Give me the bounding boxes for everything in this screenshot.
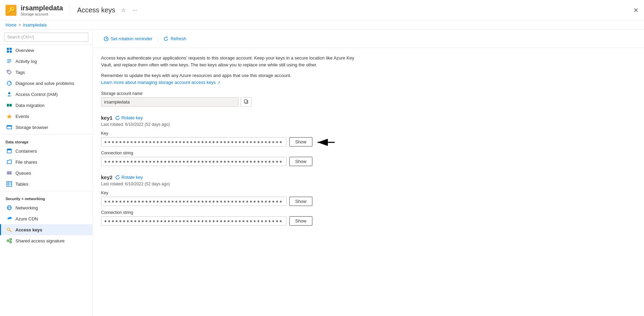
key1-connection-label: Connection string: [101, 151, 636, 155]
info-text-2-body: Remember to update the keys with any Azu…: [101, 73, 291, 78]
section-data-storage: Data storage: [0, 136, 92, 145]
key1-connection-field: Connection string Show: [101, 151, 636, 166]
svg-marker-36: [167, 36, 168, 38]
key2-connection-label: Connection string: [101, 210, 636, 215]
tags-icon: [7, 69, 12, 75]
key1-key-input[interactable]: [101, 137, 287, 146]
svg-rect-19: [7, 172, 12, 173]
top-header: 🔑 irsampledata Storage account Access ke…: [0, 0, 644, 21]
close-button[interactable]: ✕: [633, 7, 639, 14]
overview-icon: [7, 47, 12, 53]
sidebar-item-iam[interactable]: Access Control (IAM): [0, 89, 92, 100]
key2-key-input[interactable]: [101, 197, 287, 206]
key2-last-rotated: Last rotated: 6/10/2022 (52 days ago): [101, 182, 636, 186]
svg-marker-42: [118, 175, 119, 176]
key1-section: key1 Rotate key Last rotated: 6/10/2022 …: [101, 115, 636, 166]
resource-title: irsampledata Storage account: [21, 4, 63, 16]
svg-rect-11: [7, 104, 9, 107]
sidebar-item-networking[interactable]: Networking: [0, 202, 92, 213]
favorite-button[interactable]: ☆: [120, 6, 127, 15]
svg-rect-6: [7, 62, 10, 63]
search-input[interactable]: [4, 33, 88, 42]
key2-show-connection-button[interactable]: Show: [289, 216, 312, 226]
sidebar-item-containers[interactable]: Containers: [0, 145, 92, 156]
more-actions-button[interactable]: ···: [131, 6, 138, 15]
storage-account-section: Storage account name: [101, 91, 636, 107]
set-rotation-reminder-button[interactable]: Set rotation reminder: [101, 34, 155, 43]
key2-connection-field: Connection string Show: [101, 210, 636, 226]
key2-rotate-label: Rotate key: [121, 175, 143, 180]
copy-storage-name-button[interactable]: [241, 97, 252, 107]
key1-label: key1: [101, 115, 112, 121]
key2-header: key2 Rotate key: [101, 174, 636, 180]
storage-browser-icon: [7, 124, 12, 130]
title-divider: [70, 4, 70, 17]
set-rotation-label: Set rotation reminder: [111, 36, 152, 41]
sidebar-item-storage-browser[interactable]: Storage browser: [0, 122, 92, 133]
sidebar-item-shared-access-sig[interactable]: Shared access signature: [0, 235, 92, 246]
sidebar-item-label: Storage browser: [15, 125, 48, 130]
learn-more-link[interactable]: Learn more about managing storage accoun…: [101, 80, 216, 85]
sidebar-item-azure-cdn[interactable]: Azure CDN: [0, 213, 92, 224]
sidebar-search-area: [0, 30, 92, 45]
key2-key-field: Key Show: [101, 190, 636, 206]
rotation-icon: [104, 36, 109, 41]
section-security-networking: Security + networking: [0, 193, 92, 202]
key2-rotate-button[interactable]: Rotate key: [115, 175, 143, 180]
refresh-button[interactable]: Refresh: [161, 34, 189, 43]
sidebar-item-label: Tags: [15, 70, 25, 75]
sidebar-item-file-shares[interactable]: File shares: [0, 156, 92, 167]
networking-icon: [7, 205, 12, 210]
content-body: Access keys authenticate your applicatio…: [93, 48, 644, 241]
svg-line-29: [10, 230, 11, 232]
svg-line-33: [9, 240, 10, 240]
storage-account-input[interactable]: [101, 97, 238, 107]
sidebar-item-activity-log[interactable]: Activity log: [0, 56, 92, 67]
sidebar-item-diagnose[interactable]: ? Diagnose and solve problems: [0, 78, 92, 89]
sidebar-item-tags[interactable]: Tags: [0, 67, 92, 78]
sidebar-item-label: Overview: [15, 48, 34, 53]
key2-rotate-icon: [115, 175, 120, 180]
queues-icon: [7, 170, 12, 176]
sidebar-item-data-migration[interactable]: Data migration: [0, 100, 92, 111]
breadcrumb-home[interactable]: Home: [5, 23, 16, 28]
shared-access-icon: [7, 238, 12, 243]
key1-rotate-button[interactable]: Rotate key: [115, 115, 143, 120]
svg-rect-16: [7, 126, 12, 127]
svg-point-10: [8, 92, 10, 94]
svg-marker-14: [7, 114, 12, 119]
key1-header: key1 Rotate key: [101, 115, 636, 121]
key1-show-connection-button[interactable]: Show: [289, 157, 312, 166]
sidebar-item-overview[interactable]: Overview: [0, 45, 92, 56]
sidebar-item-access-keys[interactable]: Access keys: [0, 224, 92, 235]
refresh-label: Refresh: [170, 36, 186, 41]
sidebar-item-label: Networking: [15, 205, 38, 210]
key2-connection-input[interactable]: [101, 216, 287, 226]
info-text-1: Access keys authenticate your applicatio…: [101, 55, 362, 68]
breadcrumb-separator: >: [19, 23, 21, 28]
svg-line-34: [9, 241, 10, 242]
sidebar-item-queues[interactable]: Queues: [0, 167, 92, 178]
iam-icon: [7, 91, 12, 97]
key1-show-key-button[interactable]: Show: [289, 137, 312, 146]
svg-rect-5: [7, 61, 11, 62]
svg-rect-38: [244, 100, 247, 103]
key2-key-label: Key: [101, 190, 636, 195]
copy-icon: [244, 99, 248, 104]
tables-icon: [7, 181, 12, 187]
nav-divider-2: [0, 191, 92, 191]
key2-section: key2 Rotate key Last rotated: 6/10/2022 …: [101, 174, 636, 226]
nav-divider-1: [0, 134, 92, 134]
sidebar-item-label: Activity log: [15, 59, 37, 64]
diagnose-icon: ?: [7, 80, 12, 86]
activity-log-icon: [7, 58, 12, 64]
sidebar-item-tables[interactable]: Tables: [0, 178, 92, 189]
svg-rect-4: [7, 59, 11, 60]
key2-show-key-button[interactable]: Show: [289, 197, 312, 206]
storage-account-label: Storage account name: [101, 91, 636, 96]
key1-connection-input[interactable]: [101, 157, 287, 166]
sidebar-item-events[interactable]: Events: [0, 111, 92, 122]
key1-key-field: Key Show: [101, 131, 636, 146]
svg-point-30: [7, 240, 9, 242]
sidebar-item-label: Shared access signature: [15, 238, 65, 243]
